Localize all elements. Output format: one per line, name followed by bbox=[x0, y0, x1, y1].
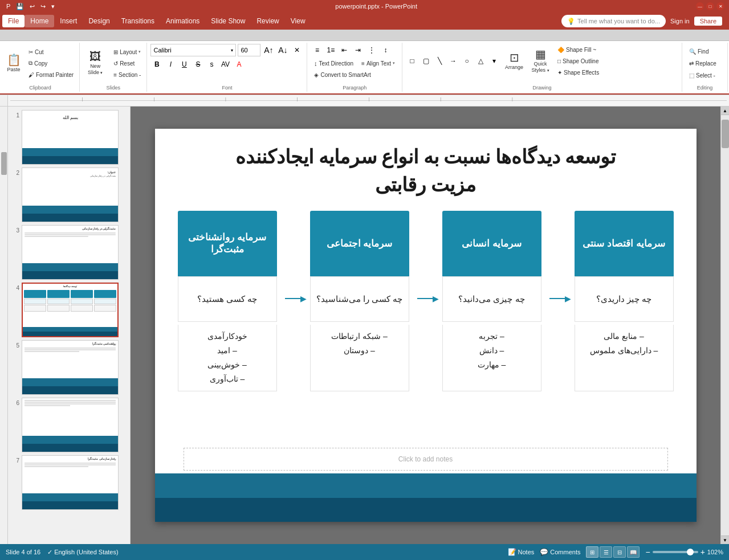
slide-thumb-4[interactable]: 4 توسعه دیدگاه‌ها bbox=[10, 283, 128, 337]
format-painter-button[interactable]: 🖌 Format Painter bbox=[25, 70, 77, 80]
clear-format-button[interactable]: ✕ bbox=[291, 44, 303, 56]
shape-fill-button[interactable]: 🔶 Shape Fill ~ bbox=[554, 44, 602, 55]
slide-editing-area[interactable]: توسعه دیدگاه‌ها نسبت به انواع سرمایه ایج… bbox=[131, 107, 720, 544]
increase-indent-button[interactable]: ⇥ bbox=[352, 44, 364, 56]
new-slide-button[interactable]: 🖼 NewSlide ▾ bbox=[82, 46, 108, 80]
editing-buttons: 🔍 Find ⇄ Replace ⬚ Select - bbox=[686, 44, 724, 88]
maximize-button[interactable]: □ bbox=[706, 2, 714, 10]
share-button[interactable]: Share bbox=[694, 17, 722, 26]
slides-buttons: 🖼 NewSlide ▾ ⊞ Layout ▾ ↺ Reset ≡ Sectio… bbox=[82, 44, 144, 91]
customize-quick[interactable]: ▾ bbox=[50, 3, 56, 10]
menu-review[interactable]: Review bbox=[251, 15, 284, 27]
arrange-button[interactable]: ⊡ Arrange bbox=[502, 44, 527, 78]
format-painter-icon: 🖌 bbox=[28, 72, 34, 78]
undo-quick[interactable]: ↩ bbox=[28, 3, 36, 10]
slide-thumb-5[interactable]: 5 روانشناسی مثبت‌گرا bbox=[10, 340, 128, 395]
close-button[interactable]: ✕ bbox=[716, 2, 724, 10]
shape-triangle[interactable]: △ bbox=[474, 55, 487, 67]
underline-button[interactable]: U bbox=[178, 58, 190, 71]
numbering-button[interactable]: 1≡ bbox=[324, 44, 337, 56]
shape-rect[interactable]: □ bbox=[406, 55, 418, 67]
shape-line[interactable]: ╲ bbox=[433, 55, 446, 67]
shape-effects-button[interactable]: ✦ Shape Effects bbox=[554, 67, 602, 77]
slide-preview-5: روانشناسی مثبت‌گرا bbox=[22, 340, 119, 395]
comments-button[interactable]: 💬 Comments bbox=[540, 548, 580, 556]
comments-icon: 💬 bbox=[540, 548, 548, 556]
redo-quick[interactable]: ↪ bbox=[39, 3, 47, 10]
shape-arrow[interactable]: → bbox=[447, 55, 459, 67]
slide-thumb-2[interactable]: 2 عنوان: مثبت‌گرایی در رفتار سازمانی bbox=[10, 167, 128, 222]
slide-preview-2: عنوان: مثبت‌گرایی در رفتار سازمانی bbox=[22, 167, 119, 222]
slide-preview-3: مثبت‌گرایی در رفتار سازمانی bbox=[22, 225, 119, 280]
search-bar[interactable]: 💡 Tell me what you want to do... bbox=[561, 15, 666, 27]
menu-insert[interactable]: Insert bbox=[54, 15, 83, 27]
shape-outline-button[interactable]: □ Shape Outline bbox=[554, 56, 602, 66]
text-direction-button[interactable]: ↨ Text Direction bbox=[311, 58, 357, 68]
char-spacing-button[interactable]: AV bbox=[219, 58, 231, 71]
vscroll-up-btn[interactable]: ▲ bbox=[721, 107, 729, 115]
save-quick[interactable]: 💾 bbox=[14, 3, 26, 10]
minimize-button[interactable]: — bbox=[696, 2, 704, 10]
vscroll-down-btn[interactable]: ▼ bbox=[721, 536, 729, 544]
paste-button[interactable]: 📋 Paste bbox=[3, 46, 24, 80]
layout-button[interactable]: ⊞ Layout ▾ bbox=[110, 47, 144, 57]
menu-animations[interactable]: Animations bbox=[160, 15, 205, 27]
font-size-box[interactable]: 60 bbox=[238, 44, 260, 56]
view-outline-btn[interactable]: ☰ bbox=[600, 546, 612, 558]
reset-button[interactable]: ↺ Reset bbox=[110, 58, 144, 68]
decrease-font-button[interactable]: A↓ bbox=[276, 44, 289, 56]
menu-file[interactable]: File bbox=[2, 15, 25, 27]
view-reading-btn[interactable]: 📖 bbox=[627, 546, 640, 558]
bold-button[interactable]: B bbox=[150, 58, 163, 71]
select-button[interactable]: ⬚ Select - bbox=[686, 70, 724, 80]
shadow-button[interactable]: s bbox=[205, 58, 218, 71]
cut-button[interactable]: ✂ Cut bbox=[25, 47, 77, 57]
shape-oval[interactable]: ○ bbox=[461, 55, 473, 67]
vscroll-thumb[interactable] bbox=[722, 120, 729, 148]
slide-title: توسعه دیدگاه‌ها نسبت به انواع سرمایه ایج… bbox=[155, 129, 697, 208]
slide-thumb-1[interactable]: 1 بسم الله bbox=[10, 110, 128, 165]
shape-round-rect[interactable]: ▢ bbox=[420, 55, 432, 67]
left-scroll-thumb[interactable] bbox=[1, 152, 7, 175]
menu-transitions[interactable]: Transitions bbox=[116, 15, 160, 27]
notes-button[interactable]: 📝 Notes bbox=[508, 548, 535, 556]
view-normal-btn[interactable]: ⊞ bbox=[586, 546, 598, 558]
strikethrough-button[interactable]: S bbox=[192, 58, 204, 71]
menu-slideshow[interactable]: Slide Show bbox=[205, 15, 251, 27]
slide-note-placeholder[interactable]: Click to add notes bbox=[184, 448, 668, 471]
slide-thumb-6[interactable]: 6 bbox=[10, 398, 128, 452]
italic-button[interactable]: I bbox=[164, 58, 177, 71]
find-button[interactable]: 🔍 Find bbox=[686, 46, 724, 56]
decrease-indent-button[interactable]: ⇤ bbox=[338, 44, 351, 56]
drawing-group-label: Drawing bbox=[402, 85, 682, 91]
vscroll-track[interactable] bbox=[721, 115, 729, 536]
zoom-slider-thumb[interactable] bbox=[687, 549, 694, 555]
slide-count: Slide 4 of 16 bbox=[6, 549, 40, 555]
font-name-box[interactable]: Calibri▾ bbox=[150, 44, 236, 56]
copy-button[interactable]: ⧉ Copy bbox=[25, 58, 77, 68]
align-text-button[interactable]: ≡ Align Text ▾ bbox=[358, 58, 398, 68]
bullets-button[interactable]: ≡ bbox=[311, 44, 323, 56]
zoom-in-btn[interactable]: + bbox=[701, 547, 705, 557]
slide-thumb-3[interactable]: 3 مثبت‌گرایی در رفتار سازمانی bbox=[10, 225, 128, 280]
zoom-slider[interactable] bbox=[653, 551, 698, 553]
line-spacing-button[interactable]: ↕ bbox=[379, 44, 392, 56]
convert-smartart-button[interactable]: ◈ Convert to SmartArt bbox=[311, 70, 398, 80]
paste-icon: 📋 bbox=[7, 54, 21, 66]
menu-view[interactable]: View bbox=[285, 15, 311, 27]
drawing-shapes: □ ▢ ╲ → ○ △ ▾ ⊡ Arrange ▦ QuickStyles ▾ … bbox=[406, 44, 678, 78]
slide-thumb-7[interactable]: 7 رفتار سازمانی مثبت‌گرا bbox=[10, 455, 128, 510]
increase-font-button[interactable]: A↑ bbox=[262, 44, 275, 56]
view-sorter-btn[interactable]: ⊟ bbox=[613, 546, 626, 558]
shape-more[interactable]: ▾ bbox=[488, 55, 500, 67]
section-button[interactable]: ≡ Section - bbox=[110, 70, 144, 80]
quick-styles-button[interactable]: ▦ QuickStyles ▾ bbox=[528, 44, 553, 78]
zoom-level[interactable]: 102% bbox=[707, 549, 723, 555]
menu-home[interactable]: Home bbox=[25, 15, 54, 27]
menu-design[interactable]: Design bbox=[83, 15, 115, 27]
font-color-button[interactable]: A bbox=[233, 58, 245, 71]
zoom-out-btn[interactable]: − bbox=[645, 547, 650, 557]
replace-button[interactable]: ⇄ Replace bbox=[686, 58, 724, 68]
signin-button[interactable]: Sign in bbox=[670, 18, 690, 24]
cols-button[interactable]: ⋮ bbox=[365, 44, 378, 56]
